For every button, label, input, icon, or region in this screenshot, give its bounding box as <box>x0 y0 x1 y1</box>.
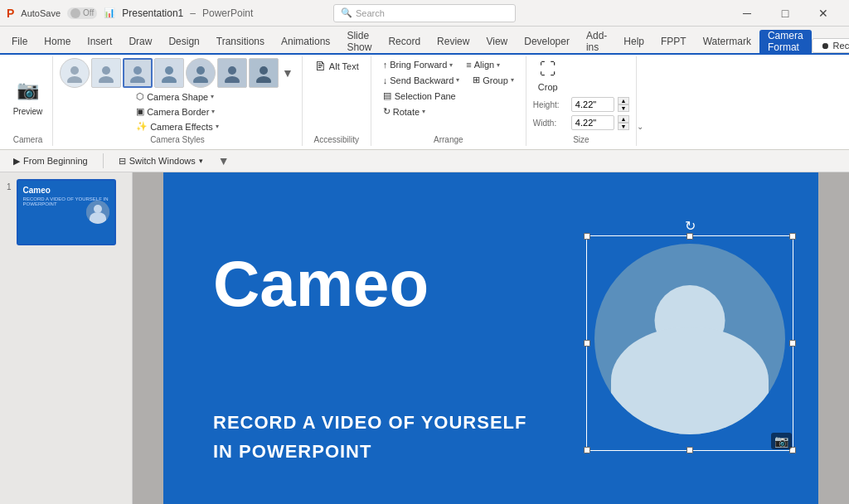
tab-file[interactable]: File <box>3 30 36 53</box>
handle-mid-right[interactable] <box>789 340 796 346</box>
autosave-toggle[interactable]: Off <box>67 7 97 19</box>
slide-thumbnail-1[interactable]: Cameo RECORD A VIDEO OF YOURSELF IN POWE… <box>17 179 116 245</box>
avatar-container[interactable]: ↻ 📷 <box>586 227 793 451</box>
svg-point-11 <box>225 76 240 83</box>
crop-icon: ⛶ <box>540 60 556 79</box>
svg-point-2 <box>102 66 110 75</box>
height-input[interactable] <box>571 97 614 112</box>
crop-button[interactable]: ⛶ Crop <box>533 58 563 94</box>
style-thumb-5[interactable] <box>186 58 216 88</box>
width-up[interactable]: ▲ <box>618 115 629 123</box>
ppt-icon-small: 📊 <box>104 7 115 18</box>
camera-style-dropdowns: ⬡ Camera Shape ▾ ▣ Camera Border ▾ ✨ Cam… <box>131 90 224 133</box>
app-full-name: PowerPoint <box>202 7 253 19</box>
camera-border-button[interactable]: ▣ Camera Border ▾ <box>131 104 224 119</box>
doc-name: Presentation1 <box>122 7 183 19</box>
size-content: ⛶ Crop Height: ▲ ▼ Width: <box>533 58 629 133</box>
tab-help[interactable]: Help <box>615 30 653 53</box>
tab-record[interactable]: Record <box>380 30 429 53</box>
size-group-label: Size <box>573 133 589 144</box>
selection-pane-button[interactable]: ▤ Selection Pane <box>378 89 461 103</box>
accessibility-content: 🖹 Alt Text <box>309 58 364 133</box>
alt-text-icon: 🖹 <box>314 60 326 73</box>
record-icon: ⏺ <box>821 41 830 51</box>
from-beginning-button[interactable]: ▶ From Beginning <box>7 154 95 168</box>
rotate-handle[interactable]: ↻ <box>685 218 696 234</box>
tab-draw[interactable]: Draw <box>120 30 160 53</box>
width-spinner[interactable]: ▲ ▼ <box>618 115 629 130</box>
send-backward-icon: ↓ <box>383 75 388 85</box>
ribbon-group-accessibility: 🖹 Alt Text Accessibility <box>303 56 371 146</box>
size-more-btn[interactable]: ⌄ <box>637 56 643 146</box>
svg-point-13 <box>256 76 271 83</box>
group-button[interactable]: ⊞ Group ▾ <box>468 73 519 87</box>
preview-button[interactable]: 📷 Preview <box>13 75 43 116</box>
tab-insert[interactable]: Insert <box>79 30 120 53</box>
tab-view[interactable]: View <box>478 30 516 53</box>
main-area: 1 Cameo RECORD A VIDEO OF YOURSELF IN PO… <box>0 172 849 504</box>
style-thumb-6[interactable] <box>217 58 247 88</box>
handle-top-right[interactable] <box>789 233 796 240</box>
autosave-toggle-dot <box>70 8 80 18</box>
width-input[interactable] <box>571 115 614 130</box>
align-button[interactable]: ≡ Align ▾ <box>461 58 505 71</box>
tab-slideshow[interactable]: Slide Show <box>338 30 380 53</box>
tab-watermark[interactable]: Watermark <box>695 30 759 53</box>
height-label: Height: <box>533 100 568 109</box>
switch-windows-icon: ⊟ <box>119 156 126 167</box>
thumb-avatar <box>86 201 109 224</box>
slide-panel: 1 Cameo RECORD A VIDEO OF YOURSELF IN PO… <box>0 172 133 504</box>
search-box[interactable]: 🔍 Search <box>333 4 516 22</box>
ribbon: File Home Insert Draw Design Transitions… <box>0 27 849 150</box>
camera-shape-button[interactable]: ⬡ Camera Shape ▾ <box>131 90 224 104</box>
height-spinner[interactable]: ▲ ▼ <box>618 97 629 112</box>
tab-addins[interactable]: Add-ins <box>578 30 615 53</box>
tab-transitions[interactable]: Transitions <box>208 30 273 53</box>
camera-effects-icon: ✨ <box>136 121 148 132</box>
record-button[interactable]: ⏺ Record <box>812 38 849 53</box>
tab-fppt[interactable]: FPPT <box>653 30 695 53</box>
bring-forward-button[interactable]: ↑ Bring Forward ▾ <box>378 58 458 71</box>
app-name: – <box>190 7 196 19</box>
send-backward-button[interactable]: ↓ Send Backward ▾ <box>378 73 465 87</box>
handle-top-left[interactable] <box>584 233 590 240</box>
style-thumb-4[interactable] <box>154 58 184 88</box>
tab-review[interactable]: Review <box>429 30 478 53</box>
tab-home[interactable]: Home <box>36 30 79 53</box>
record-label: Record <box>833 41 849 51</box>
switch-windows-label: Switch Windows <box>129 156 196 166</box>
arrange-buttons-row2: ↓ Send Backward ▾ ⊞ Group ▾ <box>378 73 519 87</box>
style-thumb-3[interactable] <box>123 58 153 88</box>
styles-scroll-btn[interactable]: ▼ <box>280 66 295 80</box>
height-up[interactable]: ▲ <box>618 97 629 104</box>
customize-toolbar-btn[interactable]: ▼ <box>215 153 233 169</box>
tab-camera-format[interactable]: Camera Format <box>759 30 812 53</box>
close-button[interactable]: ✕ <box>804 0 842 27</box>
switch-windows-button[interactable]: ⊟ Switch Windows ▾ <box>112 154 210 168</box>
height-down[interactable]: ▼ <box>618 104 629 112</box>
tab-design[interactable]: Design <box>160 30 207 53</box>
handle-top-mid[interactable] <box>686 233 693 240</box>
style-thumb-7[interactable] <box>249 58 279 88</box>
svg-point-5 <box>130 76 145 83</box>
minimize-button[interactable]: ─ <box>728 0 766 27</box>
svg-point-0 <box>70 66 79 75</box>
camera-effects-button[interactable]: ✨ Camera Effects ▾ <box>131 119 224 133</box>
tab-animations[interactable]: Animations <box>273 30 338 53</box>
handle-bot-left[interactable] <box>584 447 590 453</box>
style-thumb-1[interactable] <box>60 58 90 88</box>
title-bar: P AutoSave Off 📊 Presentation1 – PowerPo… <box>0 0 849 27</box>
svg-point-4 <box>133 66 142 75</box>
handle-mid-left[interactable] <box>584 340 590 346</box>
ribbon-tabs: File Home Insert Draw Design Transitions… <box>0 27 849 53</box>
rotate-button[interactable]: ↻ Rotate ▾ <box>378 104 430 119</box>
style-thumb-2[interactable] <box>91 58 121 88</box>
handle-bot-mid[interactable] <box>686 447 693 453</box>
maximize-button[interactable]: □ <box>766 0 804 27</box>
tab-developer[interactable]: Developer <box>516 30 578 53</box>
alt-text-button[interactable]: 🖹 Alt Text <box>309 58 364 75</box>
svg-point-10 <box>228 66 236 75</box>
width-down[interactable]: ▼ <box>618 123 629 130</box>
camera-styles-content: ▼ ⬡ Camera Shape ▾ ▣ Camera Border ▾ <box>60 58 295 133</box>
slide-canvas[interactable]: Cameo RECORD A VIDEO OF YOURSELF IN POWE… <box>163 172 818 504</box>
